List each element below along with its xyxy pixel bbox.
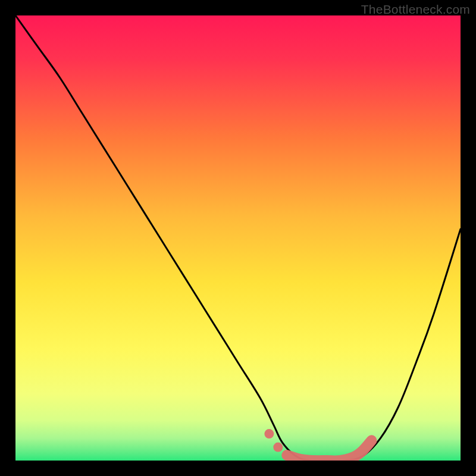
watermark-text: TheBottleneck.com — [361, 2, 470, 17]
highlight-dot-1 — [264, 429, 274, 439]
highlight-dot-2 — [273, 443, 283, 452]
bottleneck-chart — [15, 15, 461, 461]
chart-frame — [15, 15, 461, 461]
gradient-background — [15, 15, 461, 461]
